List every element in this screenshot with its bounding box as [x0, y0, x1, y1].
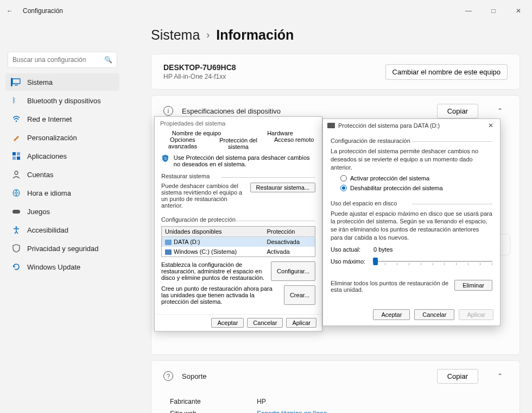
sidebar-item-apps[interactable]: Aplicaciones	[5, 147, 119, 165]
ok-button[interactable]: Aceptar	[211, 318, 244, 328]
drive-name: DATA (D:)	[174, 239, 200, 245]
copy-spec-button[interactable]: Copiar	[437, 104, 478, 118]
sidebar-item-personalization[interactable]: Personalización	[5, 129, 119, 146]
ok-button[interactable]: Aceptar	[373, 309, 410, 320]
copy-support-button[interactable]: Copiar	[437, 369, 478, 384]
sidebar-item-label: Red e Internet	[27, 115, 72, 123]
device-model: HP All-in-One 24-f1xx	[163, 73, 236, 80]
cancel-button[interactable]: Cancelar	[414, 309, 454, 320]
configure-button[interactable]: Configurar...	[271, 261, 315, 281]
sidebar-item-label: Personalización	[27, 134, 77, 142]
sidebar-item-label: Cuentas	[27, 171, 53, 179]
radio-icon	[340, 175, 347, 182]
drive-icon	[165, 240, 172, 245]
page-title: Información	[216, 27, 294, 43]
drive-icon	[327, 123, 335, 128]
tab-hardware[interactable]: Hardware	[238, 130, 322, 136]
device-name: DESKTOP-7U69HC8	[163, 63, 236, 72]
section-label: Soporte	[182, 372, 207, 380]
support-icon: ?	[163, 371, 173, 381]
svg-rect-9	[12, 210, 20, 214]
tab-system-protection[interactable]: Protección del sistema	[211, 137, 267, 151]
apply-button[interactable]: Aplicar	[286, 318, 316, 328]
max-usage-slider[interactable]	[373, 256, 492, 267]
col-drives: Unidades disponibles	[162, 227, 264, 237]
cancel-button[interactable]: Cancelar	[247, 318, 283, 328]
shield-icon	[12, 244, 21, 253]
drive-status: Desactivada	[264, 237, 315, 247]
support-header[interactable]: ? Soporte Copiar ⌃	[151, 361, 520, 391]
sidebar-item-network[interactable]: Red e Internet	[5, 110, 119, 128]
disk-usage-desc: Puede ajustar el espacio máximo en disco…	[331, 210, 492, 242]
current-usage-value: 0 bytes	[373, 246, 392, 253]
table-row[interactable]: DATA (D:) Desactivada	[162, 237, 315, 247]
sidebar-item-accounts[interactable]: Cuentas	[5, 166, 119, 183]
restore-settings-desc: La protección del sistema permite deshac…	[331, 147, 492, 172]
sidebar-item-label: Privacidad y seguridad	[27, 245, 99, 253]
search-field[interactable]	[12, 56, 104, 64]
max-usage-label: Uso máximo:	[331, 258, 365, 265]
gamepad-icon	[12, 207, 21, 216]
sidebar-item-time[interactable]: Hora e idioma	[5, 184, 119, 202]
restore-desc: Puede deshacer cambios del sistema revir…	[161, 183, 245, 209]
back-button[interactable]: ←	[4, 5, 15, 16]
apply-button: Aplicar	[459, 309, 493, 320]
current-usage-label: Uso actual:	[331, 246, 360, 253]
svg-rect-6	[17, 157, 20, 160]
restore-settings-label: Configuración de restauración	[331, 137, 492, 145]
breadcrumb-sep-icon: ›	[206, 29, 210, 41]
website-link[interactable]: Soporte técnico en línea	[257, 410, 327, 413]
svg-rect-5	[12, 157, 16, 160]
tab-remote[interactable]: Acceso remoto	[266, 136, 322, 150]
search-input[interactable]: 🔍	[8, 52, 117, 68]
tab-advanced[interactable]: Opciones avanzadas	[155, 136, 211, 150]
drive-name: Windows (C:) (Sistema)	[174, 248, 237, 255]
system-protection-config-dialog: Protección del sistema para DATA (D:) ✕ …	[322, 118, 501, 326]
table-row[interactable]: Windows (C:) (Sistema) Activada	[162, 247, 315, 257]
drive-status: Activada	[264, 247, 315, 257]
chevron-up-icon[interactable]: ⌃	[492, 368, 508, 384]
create-restore-point-button[interactable]: Crear...	[284, 285, 315, 305]
breadcrumb-system[interactable]: Sistema	[151, 27, 200, 43]
breadcrumb: Sistema › Información	[151, 27, 520, 43]
rename-pc-button[interactable]: Cambiar el nombre de este equipo	[385, 64, 508, 80]
configure-desc: Establezca la configuración de restaurac…	[161, 261, 265, 281]
svg-point-7	[15, 171, 18, 174]
dialog-title: Protección del sistema para DATA (D:)	[338, 122, 440, 129]
svg-rect-1	[15, 85, 18, 85]
search-icon: 🔍	[104, 56, 112, 64]
sidebar-item-label: Sistema	[27, 78, 53, 86]
drive-icon	[165, 249, 172, 255]
bluetooth-icon: ᛒ	[12, 96, 21, 105]
restore-system-button[interactable]: Restaurar sistema...	[250, 183, 315, 192]
accessibility-icon	[12, 226, 21, 234]
sidebar-item-privacy[interactable]: Privacidad y seguridad	[5, 240, 119, 257]
close-button[interactable]: ✕	[509, 2, 528, 20]
chevron-up-icon[interactable]: ⌃	[492, 103, 508, 118]
manufacturer-value: HP	[257, 398, 266, 405]
svg-rect-4	[17, 152, 20, 155]
sidebar-item-gaming[interactable]: Juegos	[5, 203, 119, 220]
sidebar-item-bluetooth[interactable]: ᛒ Bluetooth y dispositivos	[5, 92, 119, 109]
protection-config-label: Configuración de protección	[161, 216, 315, 224]
sidebar-item-label: Windows Update	[27, 263, 80, 271]
svg-rect-0	[12, 79, 20, 84]
close-icon[interactable]: ✕	[486, 122, 496, 129]
radio-disable-protection[interactable]: Deshabilitar protección del sistema	[340, 185, 492, 191]
system-icon	[12, 78, 21, 86]
sidebar-item-system[interactable]: Sistema	[5, 73, 119, 91]
wifi-icon	[12, 115, 21, 123]
tab-computer-name[interactable]: Nombre de equipo	[155, 130, 238, 136]
section-label: Especificaciones del dispositivo	[182, 107, 281, 115]
system-properties-dialog: Propiedades del sistema Nombre de equipo…	[154, 116, 322, 331]
radio-enable-protection[interactable]: Activar protección del sistema	[340, 175, 492, 182]
radio-label: Activar protección del sistema	[350, 175, 429, 182]
drives-table[interactable]: Unidades disponibles Protección DATA (D:…	[161, 226, 315, 257]
sidebar-item-accessibility[interactable]: Accesibilidad	[5, 221, 119, 239]
minimize-button[interactable]: —	[459, 2, 478, 20]
delete-button[interactable]: Eliminar	[454, 280, 492, 291]
maximize-button[interactable]: □	[484, 2, 503, 20]
sidebar-item-label: Hora e idioma	[27, 189, 71, 197]
sidebar-item-update[interactable]: Windows Update	[5, 258, 119, 276]
radio-icon	[340, 185, 347, 191]
